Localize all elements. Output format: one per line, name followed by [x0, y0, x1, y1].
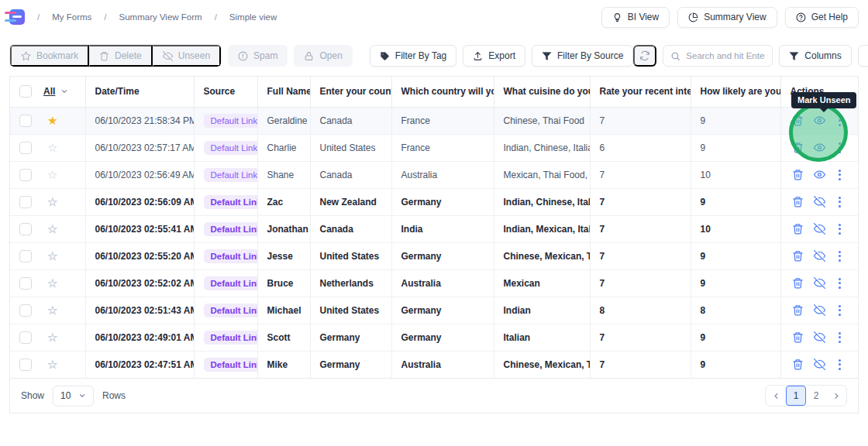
- star-icon[interactable]: ★☆: [47, 249, 57, 262]
- delete-row-icon[interactable]: [792, 223, 804, 235]
- breadcrumb-my-forms[interactable]: My Forms: [52, 12, 91, 22]
- kebab-menu-icon[interactable]: [835, 196, 844, 208]
- column-header-datetime[interactable]: Date/Time: [85, 77, 194, 107]
- mark-unseen-eye-icon[interactable]: [814, 142, 825, 153]
- source-badge[interactable]: Default Link: [204, 249, 258, 263]
- column-header-likelihood[interactable]: How likely are you to r...: [691, 77, 780, 107]
- row-checkbox[interactable]: [19, 115, 32, 127]
- star-icon[interactable]: ★☆: [47, 304, 57, 317]
- search-input[interactable]: [686, 51, 765, 60]
- chevron-down-icon[interactable]: [60, 87, 68, 95]
- select-all-dropdown[interactable]: All: [43, 86, 55, 97]
- source-badge[interactable]: Default Link: [204, 168, 258, 182]
- delete-row-icon[interactable]: [792, 277, 804, 289]
- star-icon[interactable]: ★☆: [47, 358, 57, 371]
- star-icon[interactable]: ★☆: [47, 168, 57, 181]
- refresh-button[interactable]: [633, 45, 656, 67]
- row-checkbox[interactable]: [19, 196, 32, 208]
- next-page-button[interactable]: [826, 386, 846, 406]
- kebab-menu-icon[interactable]: [835, 277, 844, 290]
- chevron-down-icon: [78, 392, 86, 400]
- star-icon[interactable]: ★☆: [47, 141, 57, 154]
- kebab-menu-icon[interactable]: [835, 115, 844, 127]
- row-checkbox[interactable]: [19, 331, 32, 344]
- bookmark-button[interactable]: Bookmark: [10, 45, 89, 67]
- kebab-menu-icon[interactable]: [835, 250, 844, 262]
- summary-view-button[interactable]: Summary View: [677, 7, 777, 28]
- row-checkbox[interactable]: [19, 304, 32, 317]
- breadcrumb-simple-view[interactable]: Simple view: [229, 12, 277, 22]
- filter-by-tag-button[interactable]: Filter By Tag: [370, 45, 456, 67]
- source-badge[interactable]: Default Link: [204, 114, 258, 128]
- mark-seen-eye-off-icon[interactable]: [814, 331, 825, 343]
- source-badge[interactable]: Default Link: [204, 358, 258, 372]
- column-header-which-country[interactable]: Which country will you...: [391, 77, 494, 107]
- row-cuisine: Indian, Chinese, Italian: [494, 188, 590, 215]
- delete-row-icon[interactable]: [792, 250, 804, 262]
- prev-page-button[interactable]: [766, 386, 786, 406]
- page-1-button[interactable]: 1: [786, 386, 806, 406]
- mark-seen-eye-off-icon[interactable]: [814, 250, 825, 262]
- page-2-button[interactable]: 2: [806, 386, 826, 406]
- refresh-icon: [639, 50, 650, 61]
- add-button[interactable]: + Add: [858, 45, 868, 67]
- breadcrumb-summary-view-form[interactable]: Summary View Form: [119, 12, 202, 22]
- row-checkbox[interactable]: [19, 250, 32, 262]
- columns-button[interactable]: Columns: [779, 45, 851, 67]
- source-badge[interactable]: Default Link: [204, 195, 258, 209]
- column-header-rating[interactable]: Rate your recent intera...: [590, 77, 691, 107]
- mark-unseen-eye-icon[interactable]: [814, 169, 825, 180]
- mark-unseen-eye-icon[interactable]: [814, 115, 825, 126]
- mark-seen-eye-off-icon[interactable]: [814, 223, 825, 235]
- spam-button[interactable]: Spam: [228, 45, 288, 67]
- column-header-cuisine[interactable]: What cuisine do you lo...: [494, 77, 590, 107]
- delete-row-icon[interactable]: [792, 359, 804, 370]
- kebab-menu-icon[interactable]: [835, 359, 844, 371]
- star-icon[interactable]: ★☆: [47, 276, 57, 290]
- column-header-source[interactable]: Source: [194, 77, 257, 107]
- mark-seen-eye-off-icon[interactable]: [814, 304, 825, 316]
- source-badge[interactable]: Default Link: [204, 304, 258, 317]
- mark-seen-eye-off-icon[interactable]: [814, 277, 825, 289]
- star-icon[interactable]: ★☆: [47, 114, 57, 127]
- column-header-full-name[interactable]: Full Name: [257, 77, 310, 107]
- row-checkbox[interactable]: [19, 223, 32, 235]
- delete-row-icon[interactable]: [792, 331, 804, 343]
- row-checkbox[interactable]: [19, 277, 32, 290]
- row-cuisine: Indian, Chinese, Italian: [494, 134, 590, 161]
- delete-button[interactable]: Delete: [89, 45, 153, 67]
- source-badge[interactable]: Default Link: [204, 222, 258, 236]
- row-checkbox[interactable]: [19, 142, 32, 154]
- row-actions-cell: [780, 107, 858, 134]
- app-logo-icon[interactable]: [9, 9, 25, 25]
- bi-view-button[interactable]: BI View: [601, 7, 670, 28]
- source-badge[interactable]: Default Link: [204, 276, 258, 290]
- mark-seen-eye-off-icon[interactable]: [814, 196, 825, 208]
- source-badge[interactable]: Default Link: [204, 331, 258, 345]
- delete-row-icon[interactable]: [792, 142, 804, 153]
- column-header-enter-country[interactable]: Enter your country: [310, 77, 391, 107]
- star-icon[interactable]: ★☆: [47, 331, 57, 344]
- star-icon[interactable]: ★☆: [47, 222, 57, 235]
- kebab-menu-icon[interactable]: [835, 304, 844, 317]
- kebab-menu-icon[interactable]: [835, 223, 844, 235]
- kebab-menu-icon[interactable]: [835, 169, 844, 181]
- kebab-menu-icon[interactable]: [835, 142, 844, 154]
- mark-seen-eye-off-icon[interactable]: [814, 359, 825, 370]
- delete-row-icon[interactable]: [792, 169, 804, 180]
- export-button[interactable]: Export: [463, 45, 525, 67]
- delete-row-icon[interactable]: [792, 304, 804, 316]
- get-help-button[interactable]: Get Help: [785, 7, 859, 28]
- source-badge[interactable]: Default Link: [204, 141, 258, 155]
- kebab-menu-icon[interactable]: [835, 331, 844, 344]
- row-checkbox[interactable]: [19, 359, 32, 371]
- select-all-checkbox[interactable]: [19, 85, 32, 98]
- delete-row-icon[interactable]: [792, 115, 804, 126]
- unseen-button[interactable]: Unseen: [153, 45, 221, 67]
- star-icon[interactable]: ★☆: [47, 195, 57, 208]
- open-button[interactable]: Open: [294, 45, 352, 67]
- row-checkbox[interactable]: [19, 169, 32, 181]
- page-size-select[interactable]: 10: [53, 386, 94, 407]
- delete-row-icon[interactable]: [792, 196, 804, 208]
- filter-by-source-button[interactable]: Filter By Source: [532, 45, 633, 67]
